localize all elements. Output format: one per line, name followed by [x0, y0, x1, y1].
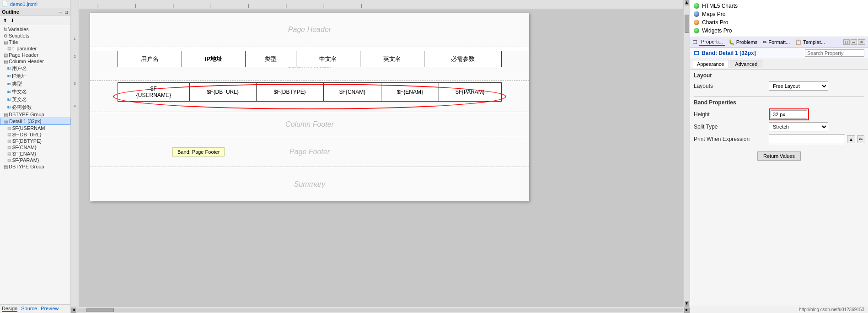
- panel-close-btn[interactable]: ✕: [858, 39, 865, 45]
- tree-label-f-enam: $F{ENAM}: [12, 151, 36, 156]
- lbl-username-icon: lbl: [7, 66, 11, 70]
- panel-window-controls: □ ─ ✕: [843, 39, 865, 45]
- layout-section-title: Layout: [694, 72, 864, 79]
- band-page-footer: Page Footer Band: Page Footer: [90, 137, 529, 167]
- outline-expand-btn[interactable]: ⬇: [9, 17, 16, 24]
- scroll-left-btn[interactable]: ◄: [71, 308, 76, 313]
- tree-item-f-cnam[interactable]: ▤ $F{CNAM}: [0, 144, 70, 151]
- tab-templat[interactable]: 📋 Templat...: [793, 39, 827, 46]
- outline-controls: ─ □: [58, 10, 69, 15]
- band-properties-section: Band Properties Height Split Type Stretc…: [690, 97, 868, 150]
- tab-properties[interactable]: Properti...: [699, 38, 725, 46]
- band-column-footer: Column Footer: [90, 112, 529, 137]
- tree-item-f-param[interactable]: ▤ $F{PARAM}: [0, 157, 70, 163]
- tab-preview[interactable]: Preview: [41, 306, 59, 312]
- band-detail-name: Band: Detail 1 [32px]: [702, 50, 756, 56]
- scroll-right-btn[interactable]: ►: [684, 308, 690, 313]
- split-type-select[interactable]: Stretch Prevent Immediate: [769, 122, 828, 131]
- search-property-input[interactable]: [805, 49, 864, 57]
- height-input[interactable]: [771, 110, 807, 119]
- tree-item-f-dbtype[interactable]: ▤ $F{DBTYPE}: [0, 138, 70, 144]
- tree-item-detail1[interactable]: ▤ Detail 1 [32px]: [0, 118, 70, 125]
- tree-item-scriptlets[interactable]: ⚙ Scriptlets: [0, 32, 70, 39]
- horizontal-scrollbar[interactable]: ◄ ►: [71, 307, 690, 313]
- tree-item-f-dburl[interactable]: ▤ $F{DB_URL}: [0, 131, 70, 138]
- outline-toolbar: ⬆ ⬇: [0, 16, 70, 25]
- widgetspro-label: Widgets Pro: [702, 27, 732, 34]
- lbl-cname-icon: lbl: [7, 90, 11, 94]
- lbl-type-icon: lbl: [7, 82, 11, 86]
- tree-item-lbl-cname[interactable]: lbl 中文名: [0, 88, 70, 96]
- tree-item-f-username[interactable]: ▤ $F{USERNAM: [0, 125, 70, 131]
- scrollbar-thumb[interactable]: [685, 15, 689, 33]
- tree-item-page-header[interactable]: ▤ Page Header: [0, 52, 70, 58]
- tree-item-dbtype-group2[interactable]: ▤ DBTYPE Group: [0, 163, 70, 170]
- tree-item-f-enam[interactable]: ▤ $F{ENAM}: [0, 151, 70, 157]
- sidebar-bottom: Design Source Preview: [0, 304, 70, 313]
- band-detail-icon: 🗖: [694, 50, 699, 56]
- tree-item-dbtype-group[interactable]: ▤ DBTYPE Group: [0, 111, 70, 118]
- tree-item-title[interactable]: ▤ Title: [0, 39, 70, 45]
- tree-item-t-paramter[interactable]: ▤ t_paramter: [0, 45, 70, 52]
- h-scrollbar-track[interactable]: [77, 308, 683, 312]
- scroll-up-btn[interactable]: ▲: [685, 0, 689, 5]
- panel-restore-btn[interactable]: □: [843, 39, 849, 45]
- tab-problems[interactable]: 🐛 Problems: [727, 39, 760, 46]
- tree-item-column-header[interactable]: ▤ Column Header: [0, 58, 70, 65]
- plugin-html5charts[interactable]: HTML5 Charts: [694, 2, 864, 10]
- tree-item-lbl-username[interactable]: lbl 用户名: [0, 65, 70, 72]
- print-when-up-btn[interactable]: ▲: [847, 135, 855, 143]
- status-bar: http://blog.csdn.net/u012369153: [690, 306, 868, 313]
- f-username-icon: ▤: [7, 126, 11, 130]
- tree-item-lbl-param[interactable]: lbl 必需参数: [0, 103, 70, 111]
- tree-label-dbtype-group: DBTYPE Group: [9, 112, 44, 117]
- panel-minimize-btn[interactable]: ─: [851, 39, 857, 45]
- plugin-chartspro[interactable]: Charts Pro: [694, 18, 864, 27]
- outline-collapse-btn[interactable]: ⬆: [2, 17, 8, 24]
- tab-source[interactable]: Source: [21, 306, 37, 312]
- tree-label-lbl-username: 用户名: [12, 65, 27, 72]
- chartspro-label: Charts Pro: [702, 19, 728, 26]
- plugin-widgetspro[interactable]: Widgets Pro: [694, 27, 864, 35]
- tree-label-lbl-cname: 中文名: [12, 88, 27, 95]
- tree-label-variables: Variables: [8, 27, 29, 32]
- print-when-input[interactable]: [769, 134, 845, 144]
- return-values-button[interactable]: Return Values: [757, 151, 801, 161]
- t-paramter-icon: ▤: [7, 46, 11, 51]
- band-detail: Detail $F {USERNAME} $F{DB_URL} $F{DBTYP…: [90, 82, 529, 112]
- print-when-edit-btn[interactable]: ✏: [857, 135, 864, 143]
- tree-label-f-param: $F{PARAM}: [12, 157, 39, 163]
- canvas-scroll[interactable]: | | | | | | | | Page Header Column Heade…: [79, 0, 683, 307]
- page-footer-box: Band: Page Footer: [172, 147, 225, 156]
- col-header-type: 类型: [245, 51, 296, 67]
- tree-label-lbl-param: 必需参数: [12, 104, 32, 111]
- band-column-header: Column Header 用户名 IP地址 类型 中文名 英文名 必需参数: [90, 51, 529, 81]
- column-header-table: 用户名 IP地址 类型 中文名 英文名 必需参数: [118, 51, 502, 67]
- tab-advanced[interactable]: Advanced: [730, 60, 762, 68]
- scriptlets-icon: ⚙: [4, 33, 8, 38]
- scroll-down-btn[interactable]: ▼: [685, 301, 689, 307]
- page-header-icon: ▤: [4, 53, 8, 58]
- vertical-scrollbar[interactable]: ▲ ▼: [683, 0, 690, 307]
- tree-item-variables[interactable]: fx Variables: [0, 26, 70, 32]
- tree-item-lbl-type[interactable]: lbl 类型: [0, 80, 70, 88]
- tab-design[interactable]: Design: [2, 306, 17, 312]
- h-scrollbar-thumb[interactable]: [86, 308, 114, 312]
- plugin-list: HTML5 Charts Maps Pro Charts Pro Widgets…: [690, 0, 868, 37]
- page-footer-label: Page Footer: [289, 148, 330, 156]
- outline-maximize-btn[interactable]: □: [64, 10, 69, 15]
- tab-formatt[interactable]: ✏ Formatt...: [761, 39, 792, 46]
- sidebar-top-item[interactable]: 📄 demo1.jrxml: [0, 0, 70, 8]
- tab-appearance[interactable]: Appearance: [692, 60, 729, 68]
- f-enam-icon: ▤: [7, 151, 11, 156]
- col-header-ipaddr: IP地址: [182, 51, 246, 67]
- summary-label: Summary: [294, 180, 325, 189]
- outline-minimize-btn[interactable]: ─: [58, 10, 63, 15]
- layouts-select[interactable]: Free Layout Tabular Layout: [769, 81, 828, 91]
- sidebar-filename[interactable]: demo1.jrxml: [10, 1, 38, 7]
- tree-item-lbl-ename[interactable]: lbl 英文名: [0, 96, 70, 103]
- tree-item-lbl-ipaddr[interactable]: lbl IP地址: [0, 72, 70, 80]
- tree-label-lbl-type: 类型: [12, 81, 22, 87]
- plugin-mapspro[interactable]: Maps Pro: [694, 10, 864, 18]
- split-type-label: Split Type: [694, 124, 767, 130]
